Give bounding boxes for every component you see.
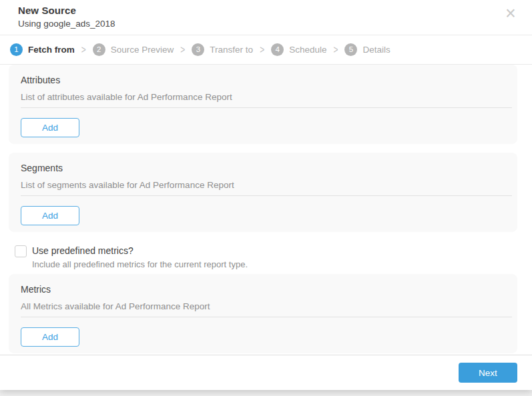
metrics-section: Metrics All Metrics available for Ad Per… — [9, 274, 517, 353]
page-title: New Source — [18, 4, 517, 17]
predefined-metrics-description: Include all predefined metrics for the c… — [32, 259, 517, 270]
section-title: Segments — [21, 162, 512, 175]
step-number-badge: 3 — [192, 43, 204, 56]
segments-section: Segments List of segments available for … — [9, 153, 517, 232]
step-label: Schedule — [289, 45, 326, 55]
section-title: Attributes — [21, 74, 512, 87]
new-source-modal: New Source Using google_ads_2018 × 1 Fet… — [0, 0, 532, 390]
predefined-metrics-block: Use predefined metrics? Include all pred… — [15, 245, 517, 270]
add-segments-button[interactable]: Add — [21, 206, 79, 225]
step-details[interactable]: 5 Details — [344, 43, 390, 56]
step-source-preview[interactable]: 2 Source Preview — [93, 43, 174, 56]
wizard-stepper: 1 Fetch from > 2 Source Preview > 3 Tran… — [0, 35, 532, 65]
modal-body: Attributes List of attributes available … — [0, 65, 532, 355]
attributes-section: Attributes List of attributes available … — [9, 65, 517, 144]
step-label: Details — [362, 45, 390, 55]
step-transfer-to[interactable]: 3 Transfer to — [192, 43, 253, 56]
chevron-right-icon: > — [81, 43, 86, 55]
close-icon[interactable]: × — [501, 4, 520, 23]
step-number-badge: 5 — [344, 43, 357, 56]
section-title: Metrics — [21, 283, 512, 296]
chevron-right-icon: > — [333, 43, 338, 55]
chevron-right-icon: > — [180, 43, 185, 55]
section-description: List of attributes available for Ad Perf… — [21, 91, 512, 108]
section-description: List of segments available for Ad Perfor… — [21, 179, 512, 196]
section-description: All Metrics available for Ad Performance… — [21, 301, 512, 317]
add-attributes-button[interactable]: Add — [21, 118, 79, 137]
chevron-right-icon: > — [260, 43, 264, 55]
step-number-badge: 2 — [93, 43, 105, 56]
page-subtitle: Using google_ads_2018 — [18, 18, 517, 30]
add-metrics-button[interactable]: Add — [21, 327, 79, 347]
predefined-metrics-label[interactable]: Use predefined metrics? — [32, 245, 134, 257]
step-schedule[interactable]: 4 Schedule — [271, 43, 326, 56]
predefined-metrics-checkbox[interactable] — [15, 245, 27, 257]
next-button[interactable]: Next — [459, 363, 517, 383]
modal-footer: Next — [0, 355, 532, 390]
modal-header: New Source Using google_ads_2018 × — [0, 0, 532, 35]
step-number-badge: 1 — [10, 43, 23, 56]
step-fetch-from[interactable]: 1 Fetch from — [10, 43, 75, 56]
step-label: Fetch from — [28, 45, 75, 55]
step-number-badge: 4 — [271, 43, 284, 56]
step-label: Transfer to — [210, 45, 253, 55]
step-label: Source Preview — [111, 45, 174, 55]
